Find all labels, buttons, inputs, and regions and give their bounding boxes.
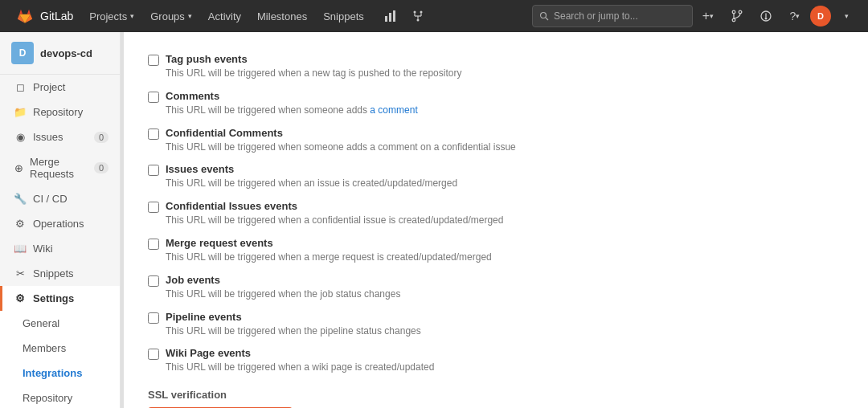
pipeline-events-checkbox[interactable] (148, 312, 159, 324)
user-avatar[interactable]: D (810, 6, 831, 27)
merge-request-desc: This URL will be triggered when a merge … (166, 251, 492, 264)
confidential-comments-checkbox[interactable] (148, 129, 159, 140)
wiki-page-label: Wiki Page events (166, 347, 434, 359)
svg-point-5 (416, 19, 419, 22)
svg-rect-0 (385, 16, 387, 22)
repo-settings-label: Repository (23, 392, 72, 404)
tag-push-checkbox[interactable] (148, 55, 159, 66)
integrations-label: Integrations (23, 367, 82, 379)
svg-point-3 (413, 11, 416, 14)
sidebar-item-members[interactable]: Members (0, 336, 120, 361)
job-events-checkbox[interactable] (148, 275, 159, 287)
sidebar-item-snippets[interactable]: ✂ Snippets (0, 261, 120, 286)
chevron-down-icon: ▾ (130, 12, 134, 20)
job-events-text: Job events This URL will be triggered wh… (166, 274, 400, 301)
project-avatar: D (11, 42, 34, 64)
user-menu-arrow[interactable]: ▾ (833, 2, 860, 30)
nav-graph-icon[interactable] (377, 2, 404, 30)
sidebar-item-project[interactable]: ◻ Project (0, 75, 120, 100)
navbar: GitLab Projects ▾ Groups ▾ Activity Mile… (0, 0, 868, 32)
events-section: Tag push events This URL will be trigger… (148, 48, 844, 379)
main-content: Tag push events This URL will be trigger… (124, 32, 868, 408)
svg-line-11 (546, 18, 548, 20)
pipeline-events-desc: This URL will be triggered when the pipe… (166, 324, 421, 338)
search-icon (539, 11, 549, 21)
merge-request-label: Merge request events (166, 237, 492, 249)
sidebar-item-label: Project (33, 81, 65, 93)
sidebar-item-operations[interactable]: ⚙ Operations (0, 211, 120, 236)
ssl-section-title: SSL verification (148, 389, 844, 401)
navbar-right: Search or jump to... +▾ ?▾ D ▾ (532, 2, 860, 30)
search-box[interactable]: Search or jump to... (532, 5, 693, 27)
repository-icon: 📁 (14, 106, 27, 118)
nav-projects[interactable]: Projects ▾ (81, 0, 142, 32)
event-row-confidential-comments: Confidential Comments This URL will be t… (148, 122, 844, 159)
event-row-merge-request: Merge request events This URL will be tr… (148, 232, 844, 269)
svg-point-10 (541, 13, 547, 18)
comments-checkbox[interactable] (148, 92, 159, 103)
wiki-page-checkbox[interactable] (148, 349, 159, 360)
confidential-issues-label: Confidential Issues events (166, 200, 503, 212)
sidebar: D devops-cd ◻ Project 📁 Repository ◉ Iss… (0, 32, 121, 408)
operations-icon: ⚙ (14, 218, 27, 230)
sidebar-item-ci-cd[interactable]: 🔧 CI / CD (0, 186, 120, 211)
members-label: Members (23, 342, 66, 354)
sidebar-item-wiki[interactable]: 📖 Wiki (0, 236, 120, 261)
merge-requests-badge: 0 (94, 162, 108, 173)
sidebar-item-integrations[interactable]: Integrations (0, 361, 120, 386)
project-header: D devops-cd (0, 32, 120, 75)
event-row-wiki-page: Wiki Page events This URL will be trigge… (148, 342, 844, 379)
sidebar-item-repository[interactable]: 📁 Repository (0, 100, 120, 124)
event-row-comments: Comments This URL will be triggered when… (148, 85, 844, 122)
event-row-tag-push: Tag push events This URL will be trigger… (148, 48, 844, 85)
event-row-pipeline: Pipeline events This URL will be trigger… (148, 306, 844, 343)
nav-milestones[interactable]: Milestones (249, 0, 315, 32)
issues-events-checkbox[interactable] (148, 165, 159, 176)
confidential-issues-desc: This URL will be triggered when a confid… (166, 214, 503, 227)
project-name: devops-cd (40, 47, 92, 59)
issues-icon[interactable] (752, 2, 780, 30)
help-icon[interactable]: ?▾ (781, 2, 809, 30)
gitlab-logo-icon (16, 7, 34, 25)
sidebar-item-label: Operations (33, 218, 84, 230)
snippets-icon: ✂ (14, 267, 27, 279)
sidebar-item-issues[interactable]: ◉ Issues 0 (0, 124, 120, 149)
issues-badge: 0 (94, 132, 108, 143)
sidebar-item-merge-requests[interactable]: ⊕ Merge Requests 0 (0, 149, 120, 186)
tag-push-label: Tag push events (166, 53, 461, 65)
comments-label: Comments (166, 90, 418, 102)
nav-snippets[interactable]: Snippets (315, 0, 372, 32)
merge-request-checkbox[interactable] (148, 239, 159, 250)
navbar-brand[interactable]: GitLab (8, 7, 81, 25)
sidebar-item-label: Wiki (33, 243, 53, 255)
job-events-label: Job events (166, 274, 400, 286)
plus-button[interactable]: +▾ (694, 2, 722, 30)
sidebar-item-label: Merge Requests (30, 156, 88, 180)
confidential-issues-checkbox[interactable] (148, 202, 159, 213)
confidential-issues-text: Confidential Issues events This URL will… (166, 200, 503, 227)
wiki-page-desc: This URL will be triggered when a wiki p… (166, 361, 434, 374)
sidebar-item-label: Settings (33, 292, 74, 304)
sidebar-item-general[interactable]: General (0, 311, 120, 336)
sidebar-item-label: CI / CD (33, 193, 68, 205)
pipeline-events-label: Pipeline events (166, 311, 421, 323)
settings-icon: ⚙ (14, 292, 27, 304)
confidential-comments-label: Confidential Comments (166, 127, 516, 139)
search-placeholder: Search or jump to... (554, 10, 638, 22)
svg-point-4 (420, 11, 422, 14)
merge-requests-icon[interactable] (723, 2, 751, 30)
ssl-section: SSL verification Enable SSL verification (148, 379, 844, 408)
sidebar-item-repo-settings[interactable]: Repository (0, 386, 120, 408)
confidential-comments-desc: This URL will be triggered when someone … (166, 141, 516, 154)
nav-activity[interactable]: Activity (200, 0, 249, 32)
chevron-down-icon: ▾ (188, 12, 192, 20)
sidebar-item-settings[interactable]: ⚙ Settings (0, 286, 120, 311)
sidebar-item-label: Issues (33, 131, 63, 143)
nav-fork-icon[interactable] (404, 2, 432, 30)
nav-groups[interactable]: Groups ▾ (142, 0, 200, 32)
general-label: General (23, 317, 59, 329)
wiki-page-text: Wiki Page events This URL will be trigge… (166, 347, 434, 374)
issues-events-text: Issues events This URL will be triggered… (166, 163, 457, 190)
issues-sidebar-icon: ◉ (14, 131, 27, 143)
a-comment-link[interactable]: a comment (370, 104, 417, 116)
